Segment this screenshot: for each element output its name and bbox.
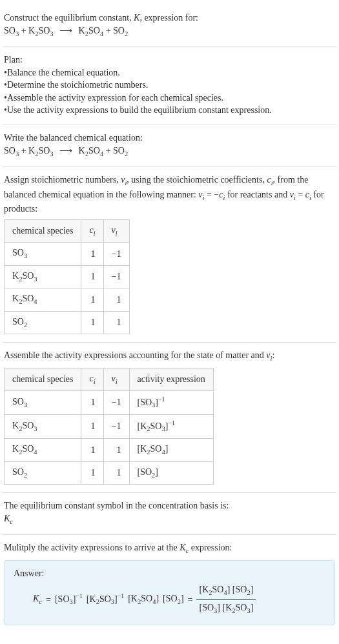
multiply-text: Mulitply the activity expressions to arr…: [4, 541, 335, 556]
plan-item: Use the activity expressions to build th…: [4, 104, 335, 117]
plan-item: Assemble the activity expression for eac…: [4, 92, 335, 105]
col-nui: νi: [103, 368, 129, 390]
kc-fraction: [K2SO4] [SO2] [SO3] [K2SO3]: [196, 583, 256, 616]
reaction-arrow-icon: ⟶: [59, 145, 72, 157]
term-so3-inv: [SO3]: [55, 592, 83, 607]
cell-activity: [K2SO4]: [129, 439, 213, 461]
cell-nui: 1: [103, 311, 129, 334]
cell-ci: 1: [81, 288, 103, 311]
cell-species: K2SO4: [5, 288, 81, 311]
cell-ci: 1: [81, 243, 103, 265]
table-header-row: chemical species ci νi activity expressi…: [5, 368, 214, 390]
col-species: chemical species: [5, 368, 81, 390]
col-ci: ci: [81, 368, 103, 390]
header-section: Construct the equilibrium constant, K, e…: [3, 5, 336, 47]
assign-text: Assign stoichiometric numbers, νi, using…: [4, 174, 335, 216]
table-row: K2SO4 1 1 [K2SO4]: [5, 439, 214, 461]
cell-ci: 1: [81, 311, 103, 334]
term-k2so3-inv: [K2SO3]: [87, 592, 124, 607]
cell-activity: [K2SO3]: [129, 415, 213, 439]
plan-list: Balance the chemical equation. Determine…: [4, 66, 335, 117]
answer-label: Answer:: [14, 567, 325, 580]
cell-species: SO3: [5, 243, 81, 265]
cell-species: SO2: [5, 311, 81, 334]
activity-section: Assemble the activity expressions accoun…: [3, 343, 336, 493]
table-row: K2SO3 1 −1: [5, 265, 130, 288]
frac-numerator: [K2SO4] [SO2]: [196, 583, 256, 599]
answer-box: Answer: Kc = [SO3] [K2SO3] [K2SO4] [SO2]…: [4, 560, 335, 626]
col-ci: ci: [81, 219, 103, 242]
plan-section: Plan: Balance the chemical equation. Det…: [3, 47, 336, 125]
table-header-row: chemical species ci νi: [5, 219, 130, 242]
product-so2: SO2: [113, 26, 128, 35]
kc-symbol-section: The equilibrium constant symbol in the c…: [3, 493, 336, 535]
plan-item: Balance the chemical equation.: [4, 66, 335, 79]
table-row: K2SO4 1 1: [5, 288, 130, 311]
balanced-section: Write the balanced chemical equation: SO…: [3, 125, 336, 167]
frac-denominator: [SO3] [K2SO3]: [196, 600, 256, 616]
reactant-k2so3: K2SO3: [28, 26, 54, 35]
balanced-equation: SO3 + K2SO3 ⟶ K2SO4 + SO2: [4, 145, 335, 159]
col-nui: νi: [103, 219, 129, 242]
table-row: SO2 1 1 [SO2]: [5, 461, 214, 484]
term-k2so4: [K2SO4]: [128, 592, 159, 607]
assign-section: Assign stoichiometric numbers, νi, using…: [3, 167, 336, 343]
kc-line1: The equilibrium constant symbol in the c…: [4, 499, 335, 512]
cell-species: K2SO3: [5, 265, 81, 288]
cell-activity: [SO3]: [129, 391, 213, 415]
prompt-suffix: , expression for:: [139, 13, 198, 23]
K-symbol: K: [134, 13, 139, 23]
cell-nui: −1: [103, 243, 129, 265]
unbalanced-equation: SO3 + K2SO3 ⟶ K2SO4 + SO2: [4, 25, 335, 39]
cell-nui: −1: [103, 265, 129, 288]
table-row: SO2 1 1: [5, 311, 130, 334]
col-activity: activity expression: [129, 368, 213, 390]
plan-item: Determine the stoichiometric numbers.: [4, 79, 335, 92]
prompt-line: Construct the equilibrium constant, K, e…: [4, 12, 335, 25]
kc-symbol: Kc: [4, 512, 335, 527]
final-section: Mulitply the activity expressions to arr…: [3, 535, 336, 633]
product-k2so4: K2SO4: [79, 26, 104, 35]
stoich-table-1: chemical species ci νi SO3 1 −1 K2SO3 1 …: [4, 219, 130, 334]
reaction-arrow-icon: ⟶: [59, 25, 72, 37]
cell-activity: [SO2]: [129, 461, 213, 484]
cell-ci: 1: [81, 265, 103, 288]
table-row: SO3 1 −1: [5, 243, 130, 265]
term-so2: [SO2]: [163, 592, 184, 607]
col-species: chemical species: [5, 219, 81, 242]
prompt-prefix: Construct the equilibrium constant,: [4, 13, 134, 23]
plan-title: Plan:: [4, 54, 335, 66]
cell-nui: 1: [103, 288, 129, 311]
stoich-table-2: chemical species ci νi activity expressi…: [4, 368, 214, 485]
table-row: K2SO3 1 −1 [K2SO3]: [5, 415, 214, 439]
table-row: SO3 1 −1 [SO3]: [5, 391, 214, 415]
activity-text: Assemble the activity expressions accoun…: [4, 349, 335, 363]
balanced-title: Write the balanced chemical equation:: [4, 132, 335, 145]
reactant-so3: SO3: [4, 26, 19, 35]
kc-expression: Kc = [SO3] [K2SO3] [K2SO4] [SO2] = [K2SO…: [14, 583, 325, 616]
